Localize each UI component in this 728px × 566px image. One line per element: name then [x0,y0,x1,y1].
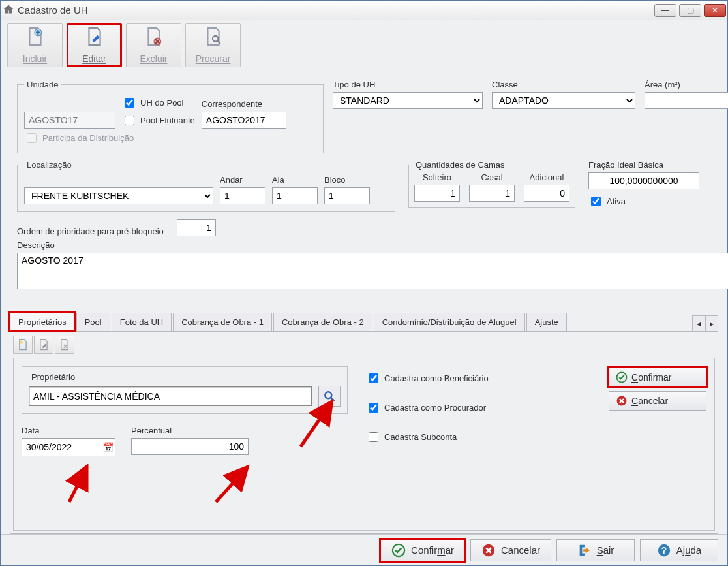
toolbar: Incluir Editar Excluir Procurar [1,20,727,67]
correspondente-label: Correspondente [202,99,286,109]
incluir-label: Incluir [23,54,47,64]
data-field-wrap: 📅 [22,438,115,456]
cadastra-procurador-label: Cadastra como Procurador [384,403,486,413]
tab-foto[interactable]: Foto da UH [112,313,172,331]
owner-edit-button[interactable] [34,336,53,354]
ordem-field[interactable] [177,219,216,236]
tab-panel-proprietarios: Proprietário Data [10,332,718,534]
tab-scroll-left[interactable]: ◂ [692,315,705,331]
solteiro-label: Solteiro [423,172,451,182]
tipo-label: Tipo de UH [333,80,483,89]
ordem-label: Ordem de prioridade para pré-bloqueio [17,227,164,236]
casal-field[interactable] [469,185,515,202]
bottom-bar: Confirmar Cancelar Sair ? Ajuda [1,534,727,565]
unidade-legend: Unidade [24,80,61,89]
calendar-icon[interactable]: 📅 [100,442,115,452]
data-label: Data [22,426,115,435]
uh-pool-label: UH do Pool [140,98,183,108]
andar-label: Andar [220,175,265,185]
incluir-button[interactable]: Incluir [7,23,63,67]
sair-button[interactable]: Sair [556,539,635,561]
bloco-field[interactable] [324,187,370,204]
owner-delete-button[interactable] [55,336,74,354]
pool-flutuante-label: Pool Flutuante [140,116,195,125]
proprietario-field[interactable] [29,386,312,406]
owner-add-button[interactable] [13,336,33,354]
cancelar-button[interactable]: Cancelar [470,539,551,561]
main-group: Unidade UH do Pool Pool Flutuante Corres… [10,74,728,298]
unidade-field[interactable] [24,112,115,129]
owner-cancelar-button[interactable]: Cancelar [609,391,706,411]
percentual-field[interactable] [131,438,249,455]
close-button[interactable]: ✕ [704,4,726,17]
tab-cobranca1[interactable]: Cobrança de Obra - 1 [173,313,272,331]
ala-field[interactable] [272,187,318,204]
tab-condominio[interactable]: Condomínio/Distribuição de Aluguel [374,313,525,331]
tab-pool[interactable]: Pool [76,313,110,331]
localizacao-group: Localização FRENTE KUBITSCHEK Andar Ala [17,160,395,212]
data-field[interactable] [22,439,100,455]
excluir-button[interactable]: Excluir [126,23,181,67]
classe-label: Classe [492,80,635,89]
content: Unidade UH do Pool Pool Flutuante Corres… [1,67,727,534]
participa-checkbox[interactable]: Participa da Distribuição [24,131,316,145]
page-plus-icon [27,27,44,51]
cancelar-label: Cancelar [501,544,540,556]
proprietario-group: Proprietário [22,366,348,414]
editar-button[interactable]: Editar [67,23,122,67]
camas-legend: Quantidades de Camas [414,160,506,170]
owner-confirmar-label: onfirmar [638,372,671,383]
localizacao-select[interactable]: FRENTE KUBITSCHEK [24,187,213,204]
descricao-field[interactable]: AGOSTO 2017 [17,253,728,289]
cadastra-subconta-label: Cadastra Subconta [384,432,457,442]
owner-confirmar-button[interactable]: Confirmar [609,368,706,387]
svg-text:?: ? [661,545,667,555]
page-edit-icon [86,27,103,51]
proprietario-legend: Proprietário [29,372,78,382]
cadastra-procurador-checkbox[interactable]: Cadastra como Procurador [366,401,590,415]
adicional-field[interactable] [524,185,569,202]
fracao-label: Fração Ideal Básica [588,160,699,170]
owner-pane: Proprietário Data [13,358,715,531]
page-search-icon [205,27,222,51]
solteiro-field[interactable] [414,185,460,202]
svg-point-2 [212,35,218,41]
descricao-label: Descrição [17,240,728,250]
procurar-label: Procurar [196,54,231,64]
titlebar: Cadastro de UH — ▢ ✕ [1,1,727,20]
tab-proprietarios[interactable]: Proprietários [10,313,75,331]
uh-pool-checkbox[interactable]: UH do Pool [122,96,195,110]
tipo-select[interactable]: STANDARD [333,92,483,109]
tab-cobranca2[interactable]: Cobrança de Obra - 2 [273,313,372,331]
tab-ajuste[interactable]: Ajuste [526,313,567,331]
area-field[interactable] [645,92,728,109]
minimize-button[interactable]: — [654,4,676,17]
cadastra-beneficiario-checkbox[interactable]: Cadastra como Beneficiário [366,371,590,385]
cadastra-subconta-checkbox[interactable]: Cadastra Subconta [366,430,590,444]
excluir-label: Excluir [140,54,167,64]
window-title: Cadastro de UH [18,5,88,16]
ativa-checkbox[interactable]: Ativa [588,195,699,208]
andar-field[interactable] [220,187,265,204]
svg-point-3 [20,341,23,344]
bloco-label: Bloco [324,175,370,185]
fracao-field[interactable] [588,172,699,189]
classe-select[interactable]: ADAPTADO [492,92,635,109]
adicional-label: Adicional [530,172,564,182]
ajuda-button[interactable]: ? Ajuda [640,539,718,561]
editar-label: Editar [82,54,106,64]
proprietario-search-button[interactable] [318,386,341,407]
owner-cancelar-label: ancelar [638,396,668,406]
tab-scroll-right[interactable]: ▸ [705,315,718,331]
area-label: Área (m²) [645,80,728,89]
camas-group: Quantidades de Camas Solteiro Casal Adic… [408,160,575,208]
procurar-button[interactable]: Procurar [185,23,241,67]
correspondente-field[interactable] [202,112,286,129]
home-icon [2,4,15,17]
confirmar-button[interactable]: Confirmar [380,539,465,561]
unidade-group: Unidade UH do Pool Pool Flutuante Corres… [17,80,324,153]
maximize-button[interactable]: ▢ [679,4,701,17]
pool-flutuante-checkbox[interactable]: Pool Flutuante [122,114,195,127]
owner-toolbar [13,334,715,358]
window: Cadastro de UH — ▢ ✕ Incluir Editar Excl… [0,0,728,566]
